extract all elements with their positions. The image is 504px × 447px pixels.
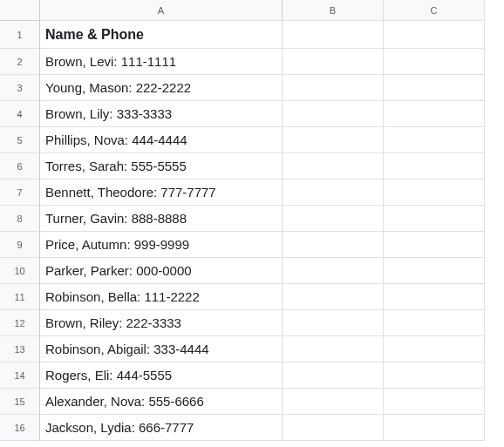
- row-header[interactable]: 11: [0, 284, 40, 310]
- cell[interactable]: Robinson, Abigail: 333-4444: [40, 336, 283, 362]
- cell[interactable]: Jackson, Lydia: 666-7777: [40, 415, 283, 441]
- row-header[interactable]: 4: [0, 101, 40, 127]
- row-header[interactable]: 12: [0, 310, 40, 336]
- row-header[interactable]: 1: [0, 21, 40, 49]
- cell[interactable]: Robinson, Bella: 111-2222: [40, 284, 283, 310]
- cell[interactable]: Price, Autumn: 999-9999: [40, 232, 283, 258]
- cell[interactable]: Alexander, Nova: 555-6666: [40, 389, 283, 415]
- column-header-b[interactable]: B: [283, 0, 384, 21]
- cell[interactable]: Brown, Riley: 222-3333: [40, 310, 283, 336]
- cell[interactable]: [384, 362, 485, 389]
- cell[interactable]: [283, 336, 384, 362]
- column-header-a[interactable]: A: [40, 0, 283, 21]
- cell[interactable]: [283, 75, 384, 101]
- cell[interactable]: Torres, Sarah: 555-5555: [40, 153, 283, 179]
- cell[interactable]: [384, 206, 485, 232]
- cell-b1[interactable]: [283, 21, 384, 49]
- cell[interactable]: [283, 101, 384, 127]
- cell[interactable]: [283, 284, 384, 310]
- row-header[interactable]: 10: [0, 258, 40, 284]
- cell[interactable]: [384, 153, 485, 179]
- row-header[interactable]: 13: [0, 336, 40, 362]
- cell[interactable]: [384, 49, 485, 75]
- cell[interactable]: [283, 310, 384, 336]
- cell[interactable]: [283, 206, 384, 232]
- row-header[interactable]: 16: [0, 415, 40, 441]
- cell[interactable]: [283, 389, 384, 415]
- row-header[interactable]: 6: [0, 153, 40, 179]
- cell[interactable]: [283, 258, 384, 284]
- cell[interactable]: [384, 179, 485, 206]
- cell[interactable]: [283, 179, 384, 206]
- cell[interactable]: [283, 415, 384, 441]
- cell[interactable]: Turner, Gavin: 888-8888: [40, 206, 283, 232]
- cell[interactable]: [384, 284, 485, 310]
- cell[interactable]: [384, 389, 485, 415]
- cell[interactable]: [283, 49, 384, 75]
- cell[interactable]: [283, 232, 384, 258]
- cell[interactable]: Brown, Lily: 333-3333: [40, 101, 283, 127]
- row-header[interactable]: 8: [0, 206, 40, 232]
- cell[interactable]: Young, Mason: 222-2222: [40, 75, 283, 101]
- cell[interactable]: [384, 127, 485, 153]
- row-header[interactable]: 14: [0, 362, 40, 389]
- cell[interactable]: [283, 362, 384, 389]
- row-header[interactable]: 15: [0, 389, 40, 415]
- row-header[interactable]: 5: [0, 127, 40, 153]
- cell[interactable]: Bennett, Theodore: 777-7777: [40, 179, 283, 206]
- cell[interactable]: [384, 336, 485, 362]
- row-header[interactable]: 2: [0, 49, 40, 75]
- cell[interactable]: [384, 415, 485, 441]
- cell[interactable]: Parker, Parker: 000-0000: [40, 258, 283, 284]
- cell-c1[interactable]: [384, 21, 485, 49]
- cell[interactable]: [384, 310, 485, 336]
- column-header-c[interactable]: C: [384, 0, 485, 21]
- cell[interactable]: Rogers, Eli: 444-5555: [40, 362, 283, 389]
- cell[interactable]: [283, 127, 384, 153]
- spreadsheet-grid[interactable]: A B C 1 Name & Phone 2 Brown, Levi: 111-…: [0, 0, 504, 441]
- row-header[interactable]: 7: [0, 179, 40, 206]
- cell[interactable]: [384, 75, 485, 101]
- cell[interactable]: [384, 101, 485, 127]
- cell[interactable]: Phillips, Nova: 444-4444: [40, 127, 283, 153]
- cell[interactable]: [384, 232, 485, 258]
- cell[interactable]: [384, 258, 485, 284]
- row-header[interactable]: 9: [0, 232, 40, 258]
- cell[interactable]: Brown, Levi: 111-1111: [40, 49, 283, 75]
- cell-a1[interactable]: Name & Phone: [40, 21, 283, 49]
- select-all-corner[interactable]: [0, 0, 40, 21]
- cell[interactable]: [283, 153, 384, 179]
- row-header[interactable]: 3: [0, 75, 40, 101]
